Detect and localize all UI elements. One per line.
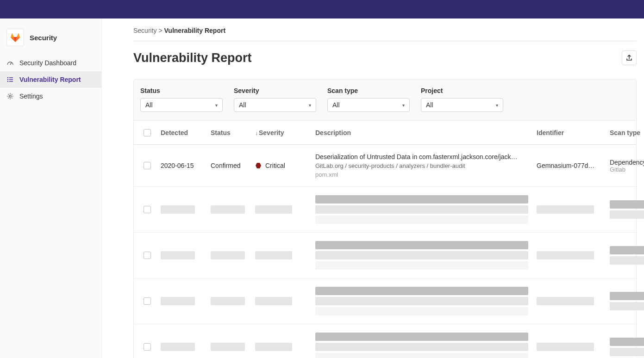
filter-select-severity[interactable]: All ▾ — [234, 98, 316, 112]
cell-scantype: Dependency Gitlab — [610, 159, 644, 173]
select-all-checkbox[interactable] — [144, 129, 151, 136]
svg-line-0 — [10, 62, 12, 65]
svg-point-2 — [7, 79, 8, 80]
table-row-skeleton — [134, 278, 636, 324]
row-checkbox[interactable] — [144, 343, 151, 351]
dashboard-icon — [6, 59, 14, 67]
table-row[interactable]: 2020-06-15 Confirmed Critical Deserializ… — [134, 145, 636, 187]
cell-status: Confirmed — [211, 162, 255, 169]
table-header: Detected Status ↓Severity Description Id… — [134, 121, 636, 145]
export-icon — [625, 54, 633, 62]
filter-select-project[interactable]: All ▾ — [421, 98, 503, 112]
chevron-down-icon: ▾ — [309, 103, 311, 108]
table-row-skeleton — [134, 324, 636, 358]
sidebar-item-settings[interactable]: Settings — [0, 88, 101, 105]
svg-marker-8 — [256, 163, 261, 168]
sidebar-item-vulnerability-report[interactable]: Vulnerability Report — [0, 71, 101, 88]
table-row-skeleton — [134, 187, 636, 233]
row-checkbox[interactable] — [144, 206, 151, 213]
cell-severity: Critical — [255, 162, 315, 169]
sidebar-item-label: Vulnerability Report — [19, 76, 81, 83]
filter-label-project: Project — [421, 87, 503, 94]
sidebar-item-label: Security Dashboard — [19, 59, 76, 67]
sidebar-header: Security — [0, 26, 101, 55]
col-detected[interactable]: Detected — [161, 129, 211, 136]
row-checkbox[interactable] — [144, 162, 151, 169]
filter-select-scantype[interactable]: All ▾ — [327, 98, 410, 112]
col-identifier[interactable]: Identifier — [537, 129, 610, 136]
svg-point-7 — [9, 95, 11, 97]
severity-critical-icon — [255, 162, 262, 169]
breadcrumb-current: Vulnerability Report — [164, 27, 226, 34]
vulnerability-table: Detected Status ↓Severity Description Id… — [133, 121, 637, 358]
filters-bar: Status All ▾ Severity All ▾ Scan type — [133, 79, 637, 121]
col-severity[interactable]: ↓Severity — [255, 129, 315, 136]
svg-point-3 — [7, 81, 8, 82]
top-bar — [0, 0, 644, 19]
svg-point-1 — [7, 77, 8, 78]
row-checkbox[interactable] — [144, 252, 151, 259]
chevron-down-icon: ▾ — [496, 103, 498, 108]
cell-identifier: Gemnasium-077d… — [537, 162, 610, 169]
filter-label-severity: Severity — [234, 87, 316, 94]
export-button[interactable] — [622, 50, 637, 65]
filter-label-status: Status — [140, 87, 223, 94]
filter-select-status[interactable]: All ▾ — [140, 98, 223, 112]
chevron-down-icon: ▾ — [402, 103, 405, 108]
cell-detected: 2020-06-15 — [161, 162, 211, 169]
sort-desc-icon: ↓ — [255, 130, 258, 136]
filter-label-scantype: Scan type — [327, 87, 410, 94]
row-checkbox[interactable] — [144, 297, 151, 305]
cell-description: Deserialization of Untrusted Data in com… — [315, 153, 537, 178]
col-status[interactable]: Status — [211, 129, 255, 136]
col-scantype[interactable]: Scan type — [610, 129, 644, 136]
sidebar-title: Security — [30, 34, 57, 42]
table-row-skeleton — [134, 233, 636, 278]
col-description[interactable]: Description — [315, 129, 537, 136]
page-title: Vulnerability Report — [133, 51, 252, 65]
main-content: Security > Vulnerability Report Vulnerab… — [102, 19, 644, 358]
gear-icon — [6, 93, 14, 100]
gitlab-logo-icon — [6, 29, 24, 46]
sidebar: Security Security Dashboard Vulnerabilit… — [0, 19, 102, 358]
chevron-down-icon: ▾ — [215, 103, 218, 108]
sidebar-item-security-dashboard[interactable]: Security Dashboard — [0, 55, 101, 71]
list-icon — [6, 76, 14, 83]
breadcrumb: Security > Vulnerability Report — [133, 27, 637, 41]
sidebar-item-label: Settings — [19, 93, 43, 100]
breadcrumb-root[interactable]: Security — [133, 27, 157, 34]
